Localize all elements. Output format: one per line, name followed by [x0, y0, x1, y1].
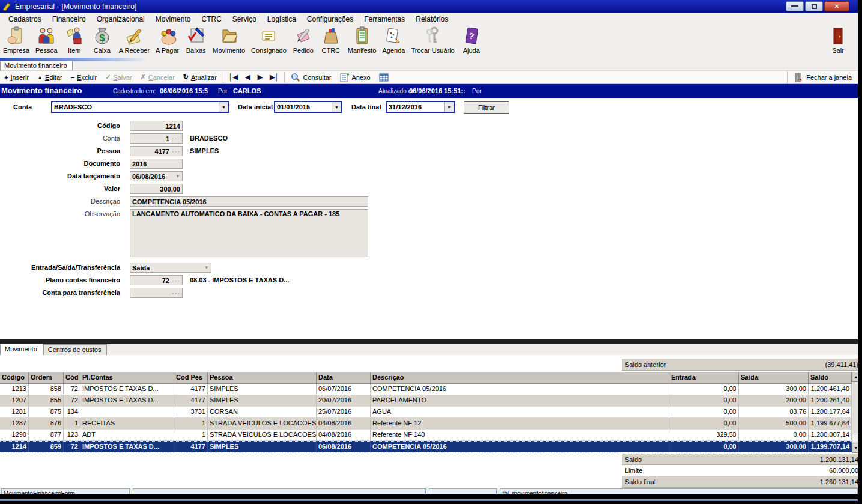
column-header[interactable]: Descrição [371, 372, 669, 383]
column-header[interactable]: Entrada [669, 372, 739, 383]
toolbar-button-caixa[interactable]: $ Caixa [88, 26, 116, 54]
tab-movimento[interactable]: Movimento [0, 344, 43, 355]
menu-configuracoes[interactable]: Configurações [302, 14, 359, 25]
conta-filter-combo[interactable]: BRADESCO ▼ [51, 101, 229, 113]
table-cell: 855 [29, 395, 64, 406]
documento-field[interactable]: 2016 [130, 159, 183, 169]
atualizar-button[interactable]: ↻Atualizar [179, 72, 221, 82]
data-final-combo[interactable]: 31/12/2016 ▼ [386, 101, 455, 113]
valor-field[interactable]: 300,00 [130, 184, 183, 194]
cancelar-button[interactable]: ✗Cancelar [136, 72, 179, 82]
toolbar-button-apagar[interactable]: A Pagar [153, 26, 182, 54]
dropdown-arrow-icon[interactable]: ▼ [444, 102, 454, 112]
salvar-button[interactable]: ✓Salvar [101, 72, 136, 82]
column-header[interactable]: Pessoa [208, 372, 317, 383]
restore-button[interactable] [805, 1, 823, 11]
menu-logistica[interactable]: Logística [262, 14, 302, 25]
column-header[interactable]: Pl.Contas [80, 372, 174, 383]
toolbar-button-pedido[interactable]: Pedido [290, 26, 317, 54]
menu-movimento[interactable]: Movimento [150, 14, 196, 25]
inserir-button[interactable]: +Inserir [0, 73, 33, 82]
excluir-button[interactable]: −Excluir [67, 73, 101, 82]
app-window: Empresarial - [Movimento financeiro] ✕ C… [0, 0, 858, 500]
editar-button[interactable]: ▲Editar [33, 73, 67, 82]
toolbar-button-ajuda[interactable]: ? Ajuda [458, 26, 485, 54]
column-header[interactable]: Cod Pes [174, 372, 208, 383]
descricao-field[interactable]: COMPETENCIA 05/2016 [130, 196, 368, 207]
lookup-ellipsis-button[interactable]: ··· [172, 290, 180, 297]
entrada-saida-combo[interactable]: Saída▼ [130, 263, 211, 273]
toolbar-label: Consignado [251, 47, 287, 54]
data-inicial-combo[interactable]: 01/01/2015 ▼ [274, 101, 342, 113]
table-row[interactable]: 120785572IMPOSTOS E TAXAS D...4177SIMPLE… [0, 395, 852, 407]
toolbar-button-agenda[interactable]: Agenda [379, 26, 408, 54]
observacao-field[interactable]: LANCAMENTO AUTOMATICO DA BAIXA - CONTAS … [130, 209, 368, 257]
toolbar-button-movimento[interactable]: Movimento [210, 26, 248, 54]
menu-ctrc[interactable]: CTRC [196, 14, 226, 25]
splitter[interactable] [0, 339, 858, 344]
grid-view-button[interactable] [375, 71, 393, 83]
anexo-button[interactable]: Anexo [336, 71, 375, 83]
lookup-ellipsis-button[interactable]: ··· [172, 135, 180, 142]
column-header[interactable]: Data [317, 372, 371, 383]
nav-first-button[interactable]: │◀ [225, 73, 241, 82]
toolbar-button-sair[interactable]: Sair [824, 26, 852, 54]
close-button[interactable]: ✕ [824, 1, 849, 11]
table-row[interactable]: 121385872IMPOSTOS E TAXAS D...4177SIMPLE… [0, 384, 852, 395]
separator [284, 72, 285, 83]
plano-contas-ref-text: 08.03 - IMPOSTOS E TAXAS D... [190, 275, 289, 284]
minimize-button[interactable] [786, 1, 804, 11]
toolbar-button-baixas[interactable]: Baixas [182, 26, 210, 54]
data-lancamento-field[interactable]: 06/08/2016▼ [130, 171, 183, 181]
dropdown-arrow-icon[interactable]: ▼ [332, 102, 341, 112]
table-row[interactable]: 121485972IMPOSTOS E TAXAS D...4177SIMPLE… [0, 441, 852, 452]
column-header[interactable]: Código [0, 372, 29, 383]
toolbar-button-trocar-usuario[interactable]: Trocar Usuário [408, 26, 457, 54]
nav-next-button[interactable]: ▶ [254, 73, 266, 82]
column-header[interactable]: Ordem [29, 372, 64, 383]
dropdown-arrow-icon[interactable]: ▼ [204, 265, 209, 270]
table-row[interactable]: 1290877123ADT1STRADA VEICULOS E LOCACOES… [0, 430, 852, 441]
fechar-janela-button[interactable]: Fechar a janela [787, 71, 858, 83]
toolbar-button-empresa[interactable]: Empresa [0, 26, 32, 54]
menu-ferramentas[interactable]: Ferramentas [359, 14, 410, 25]
menu-financeiro[interactable]: Financeiro [47, 14, 91, 25]
menu-servico[interactable]: Serviço [227, 14, 262, 25]
column-header[interactable]: Cód [64, 372, 80, 383]
menu-organizacional[interactable]: Organizacional [91, 14, 150, 25]
tab-centros-de-custos[interactable]: Centros de custos [43, 344, 108, 355]
table-cell: 04/08/2016 [317, 430, 371, 440]
table-row[interactable]: 12878761RECEITAS1STRADA VEICULOS E LOCAC… [0, 418, 852, 430]
conta-field[interactable]: 1··· [130, 133, 183, 144]
plano-contas-field[interactable]: 72··· [130, 275, 183, 285]
dropdown-arrow-icon[interactable]: ▼ [175, 174, 180, 179]
table-cell: STRADA VEICULOS E LOCACOES [208, 418, 317, 429]
limite-label: Limite [622, 467, 829, 474]
lookup-ellipsis-button[interactable]: ··· [172, 148, 180, 155]
toolbar-button-ctrc[interactable]: CTRC [317, 26, 345, 54]
consultar-button[interactable]: Consultar [287, 71, 335, 83]
pessoa-field[interactable]: 4177··· [130, 146, 183, 156]
tab-movimento-financeiro[interactable]: Movimento financeiro [0, 61, 73, 70]
toolbar-button-manifesto[interactable]: Manifesto [345, 26, 380, 54]
table-row[interactable]: 12818751343731CORSAN25/07/2016AGUA0,0083… [0, 407, 852, 418]
codigo-field[interactable]: 1214 [130, 121, 183, 131]
menu-cadastros[interactable]: Cadastros [3, 14, 47, 25]
toolbar-label: Ajuda [463, 47, 480, 54]
conta-transferencia-field[interactable]: ··· [130, 288, 183, 298]
svg-text:$: $ [99, 33, 105, 43]
dropdown-arrow-icon[interactable]: ▼ [219, 102, 228, 112]
toolbar-button-item[interactable]: Item [61, 26, 88, 54]
toolbar-button-areceber[interactable]: A Receber [116, 26, 153, 54]
table-cell: IMPOSTOS E TAXAS D... [80, 395, 174, 406]
column-header[interactable]: Saída [739, 372, 809, 383]
menu-relatorios[interactable]: Relatórios [410, 14, 454, 25]
filtrar-button[interactable]: Filtrar [464, 101, 509, 114]
toolbar-button-consignado[interactable]: Consignado [248, 26, 290, 54]
nav-prev-button[interactable]: ◀ [241, 73, 253, 82]
table-cell: Referente NF 12 [371, 418, 669, 429]
nav-last-button[interactable]: ▶│ [266, 73, 282, 82]
toolbar-button-pessoa[interactable]: Pessoa [32, 26, 61, 54]
lookup-ellipsis-button[interactable]: ··· [172, 277, 180, 284]
column-header[interactable]: Saldo [809, 372, 852, 383]
